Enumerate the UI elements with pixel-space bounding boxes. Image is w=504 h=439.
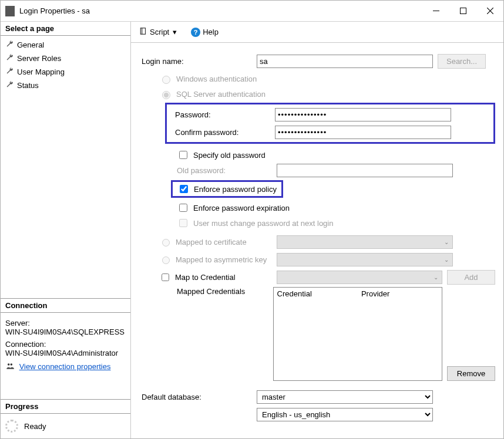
people-icon [5, 362, 15, 372]
default-database-select[interactable]: master [257, 390, 433, 404]
credential-column-header: Credential [274, 288, 358, 300]
wrench-icon [5, 80, 14, 90]
specify-old-password-label: Specify old password [193, 151, 266, 160]
window-title: Login Properties - sa [19, 6, 422, 15]
default-database-label: Default database: [139, 393, 257, 401]
enforce-policy-label: Enforce password policy [194, 185, 277, 194]
progress-header: Progress [1, 400, 130, 414]
svg-point-1 [8, 363, 9, 366]
mapped-asym-label: Mapped to asymmetric key [176, 255, 267, 264]
maximize-button[interactable] [449, 2, 476, 20]
mapped-asym-combo: ⌄ [277, 253, 453, 266]
right-panel: Script ▾ ? Help Login name: Search... [131, 22, 503, 438]
remove-button[interactable]: Remove [447, 366, 495, 381]
password-label: Password: [175, 110, 275, 119]
mapped-credentials-label: Mapped Credentials [139, 287, 273, 296]
wrench-icon [5, 67, 14, 77]
help-label: Help [203, 28, 219, 36]
help-button[interactable]: ? Help [189, 26, 221, 38]
chevron-down-icon: ▾ [173, 28, 177, 36]
login-name-input[interactable] [257, 55, 433, 68]
mapped-credentials-table[interactable]: Credential Provider [273, 287, 443, 381]
password-input[interactable] [275, 108, 451, 121]
confirm-password-label: Confirm password: [175, 128, 275, 137]
left-panel: Select a page General Server Roles User … [1, 22, 131, 438]
connection-header: Connection [1, 299, 130, 313]
nav-item-label: User Mapping [17, 67, 65, 76]
progress-status: Ready [24, 422, 46, 431]
server-label: Server: [5, 319, 126, 327]
map-to-credential-checkbox[interactable] [162, 273, 169, 281]
old-password-input [277, 164, 453, 177]
add-button: Add [447, 270, 495, 285]
minimize-button[interactable] [422, 2, 449, 20]
sql-auth-radio-row: SQL Server authentication [139, 86, 495, 102]
mapped-asym-radio [162, 256, 170, 264]
mapped-cert-radio [162, 239, 170, 246]
chevron-down-icon: ⌄ [434, 274, 438, 281]
progress-spinner-icon [5, 420, 18, 433]
windows-auth-label: Windows authentication [176, 75, 257, 83]
script-label: Script [150, 28, 169, 36]
help-icon: ? [191, 28, 200, 37]
script-icon [139, 27, 147, 37]
specify-old-password-checkbox[interactable] [179, 151, 187, 159]
windows-auth-radio-row: Windows authentication [139, 71, 495, 86]
svg-point-2 [11, 363, 13, 366]
connection-label: Connection: [5, 340, 126, 349]
script-button[interactable]: Script ▾ [137, 26, 179, 38]
map-to-credential-combo: ⌄ [277, 271, 442, 284]
sql-auth-label: SQL Server authentication [176, 90, 266, 99]
nav-status[interactable]: Status [1, 79, 130, 92]
svg-rect-3 [140, 28, 145, 35]
mapped-cert-label: Mapped to certificate [176, 238, 247, 246]
close-button[interactable] [476, 2, 503, 20]
enforce-expiration-label: Enforce password expiration [193, 204, 290, 212]
enforce-expiration-checkbox[interactable] [179, 204, 187, 212]
search-button: Search... [438, 54, 486, 69]
wrench-icon [5, 53, 14, 63]
nav-server-roles[interactable]: Server Roles [1, 52, 130, 65]
login-name-label: Login name: [139, 57, 257, 66]
view-connection-properties-link[interactable]: View connection properties [19, 362, 111, 371]
nav-item-label: Server Roles [17, 54, 61, 63]
enforce-policy-highlight-box: Enforce password policy [171, 180, 283, 198]
confirm-password-input[interactable] [275, 126, 451, 139]
must-change-label: User must change password at next login [193, 219, 333, 228]
enforce-policy-checkbox[interactable] [180, 185, 188, 193]
nav-general[interactable]: General [1, 38, 130, 52]
wrench-icon [5, 40, 14, 50]
content-area: Login name: Search... Windows authentica… [131, 43, 503, 438]
select-page-header: Select a page [1, 22, 130, 36]
svg-rect-0 [460, 8, 466, 14]
default-language-select[interactable]: English - us_english [257, 408, 433, 421]
nav-user-mapping[interactable]: User Mapping [1, 65, 130, 79]
nav-item-label: General [17, 40, 44, 49]
titlebar: Login Properties - sa [1, 1, 503, 22]
app-icon [5, 6, 15, 16]
window-root: Login Properties - sa Select a page Gene… [0, 0, 504, 439]
password-highlight-box: Password: Confirm password: [165, 103, 495, 144]
connection-value: WIN-SU4I9IM0SA4\Administrator [5, 349, 126, 357]
toolbar: Script ▾ ? Help [131, 22, 503, 43]
sql-auth-radio [162, 91, 170, 99]
provider-column-header: Provider [358, 288, 442, 300]
server-value: WIN-SU4I9IM0SA4\SQLEXPRESS [5, 327, 126, 336]
old-password-label: Old password: [139, 166, 277, 175]
chevron-down-icon: ⌄ [444, 256, 449, 263]
map-to-credential-label: Map to Credential [175, 273, 236, 282]
mapped-cert-combo: ⌄ [277, 235, 453, 249]
chevron-down-icon: ⌄ [444, 239, 449, 245]
windows-auth-radio [162, 76, 170, 84]
page-nav: General Server Roles User Mapping Status [1, 36, 130, 94]
must-change-checkbox [179, 219, 187, 227]
nav-item-label: Status [17, 81, 39, 90]
